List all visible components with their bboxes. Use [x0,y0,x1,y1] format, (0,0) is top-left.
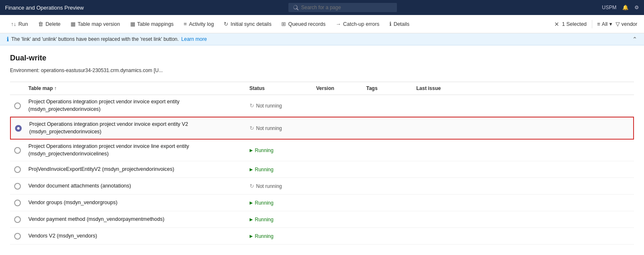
table-row[interactable]: Vendor payment method (msdyn_vendorpayme… [10,211,634,228]
selected-badge: ✕ 1 Selected [554,21,586,28]
filter-all-button[interactable]: ≡ All ▾ [597,21,612,27]
table-row[interactable]: Project Operations integration project v… [10,140,634,161]
search-icon [293,5,298,10]
radio-button[interactable] [14,216,21,223]
radio-button[interactable] [14,200,21,206]
running-icon: ▶ [250,217,253,222]
table-row[interactable]: Project Operations integration project v… [10,95,634,117]
row-check-3[interactable] [10,166,25,173]
top-navbar: Finance and Operations Preview USPM 🔔 ⚙ [0,0,644,15]
radio-button[interactable] [14,233,21,240]
row-name-3: ProjVendInvoiceExportEntityV2 (msdyn_pro… [25,162,246,177]
row-status-5: ▶Running [246,197,313,209]
not-running-icon: ↻ [250,183,254,189]
row-version-2 [313,147,363,154]
table-mappings-label: Table mappings [137,21,174,27]
row-tags-3 [363,166,413,173]
filter-all-label: All [602,21,608,27]
row-version-4 [313,183,363,190]
row-tags-6 [363,216,413,223]
collapse-banner-icon[interactable]: ⌃ [632,36,637,42]
running-icon: ▶ [250,148,253,152]
table-row[interactable]: Vendor document attachments (annotations… [10,178,634,195]
row-status-3: ▶Running [246,163,313,176]
row-lastissue-6 [413,216,634,223]
activity-log-label: Activity log [189,21,214,27]
selected-count-label: 1 Selected [562,21,586,27]
row-name-4: Vendor document attachments (annotations… [25,179,246,193]
running-icon: ▶ [250,200,253,205]
row-check-7[interactable] [10,233,25,240]
table-container: Table map ↑ Status Version Tags Last iss… [10,82,634,245]
row-check-1[interactable] [11,125,26,132]
row-name-7: Vendors V2 (msdyn_vendors) [25,229,246,243]
table-map-version-icon: ▦ [71,21,76,27]
row-status-2: ▶Running [246,144,313,157]
command-bar-right: ✕ 1 Selected ≡ All ▾ ▽ vendor [554,20,637,28]
row-check-4[interactable] [10,183,25,190]
table-mappings-button[interactable]: ▦ Table mappings [126,18,178,30]
user-label: USPM [602,5,616,10]
table-row[interactable]: ProjVendInvoiceExportEntityV2 (msdyn_pro… [10,161,634,178]
command-bar: ↑↓ Run 🗑 Delete ▦ Table map version ▦ Ta… [0,15,644,33]
radio-button[interactable] [14,147,21,154]
table-body: Project Operations integration project v… [10,95,634,245]
bell-icon: 🔔 [622,5,629,10]
running-icon: ▶ [250,167,253,172]
filter-vendor-button[interactable]: ▽ vendor [616,21,637,27]
row-lastissue-0 [413,102,634,109]
page-title: Dual-write [10,54,634,62]
learn-more-link[interactable]: Learn more [181,36,207,42]
row-check-2[interactable] [10,147,25,154]
row-check-5[interactable] [10,200,25,206]
page-content: Dual-write Environment: operations-eastu… [0,45,644,245]
header-table-map-label: Table map [28,85,53,91]
details-button[interactable]: ℹ Details [385,18,414,30]
initial-sync-details-button[interactable]: ↻ Initial sync details [220,18,275,30]
radio-button[interactable] [14,102,21,109]
env-label: Environment: operations-eastusur34-23053… [10,68,634,73]
header-table-map[interactable]: Table map ↑ [25,85,246,91]
catch-up-errors-button[interactable]: → Catch-up errors [331,18,384,30]
table-row[interactable]: Project Operations integration project v… [10,117,634,140]
status-running: ▶Running [250,167,310,172]
env-value: operations-eastusur34-230531.crm.dynamic… [41,68,163,73]
table-row[interactable]: Vendor groups (msdyn_vendorgroups) ▶Runn… [10,195,634,211]
row-status-1: ↻Not running [246,122,313,135]
table-row[interactable]: Vendors V2 (msdyn_vendors) ▶Running [10,228,634,245]
run-icon: ↑↓ [11,21,16,27]
close-selected-icon[interactable]: ✕ [554,21,559,28]
row-status-4: ↻Not running [246,180,313,192]
info-banner-left: ℹ The 'link' and 'unlink' buttons have b… [7,36,207,42]
run-button[interactable]: ↑↓ Run [7,18,32,30]
row-version-0 [313,102,363,109]
initial-sync-label: Initial sync details [230,21,271,27]
activity-log-icon: ≡ [184,21,187,27]
delete-button[interactable]: 🗑 Delete [34,18,65,30]
radio-button[interactable] [14,183,21,190]
run-label: Run [18,21,28,27]
row-check-0[interactable] [10,102,25,109]
radio-button[interactable] [15,125,22,132]
row-lastissue-3 [413,166,634,173]
header-tags: Tags [363,85,413,91]
row-check-6[interactable] [10,216,25,223]
queued-records-button[interactable]: ⊞ Queued records [277,18,330,30]
row-tags-1 [363,125,413,132]
filter-vendor-label: vendor [621,21,637,27]
search-input[interactable] [301,5,392,10]
topnav-right: USPM 🔔 ⚙ [602,5,639,10]
queued-records-icon: ⊞ [281,21,286,27]
search-container[interactable] [288,3,397,12]
activity-log-button[interactable]: ≡ Activity log [179,18,218,30]
status-running: ▶Running [250,148,310,153]
not-running-icon: ↻ [250,102,254,109]
row-lastissue-7 [413,233,634,240]
row-version-6 [313,216,363,223]
row-tags-0 [363,102,413,109]
status-running: ▶Running [250,233,310,239]
table-map-version-button[interactable]: ▦ Table map version [66,18,124,30]
row-version-3 [313,166,363,173]
row-tags-7 [363,233,413,240]
radio-button[interactable] [14,166,21,173]
